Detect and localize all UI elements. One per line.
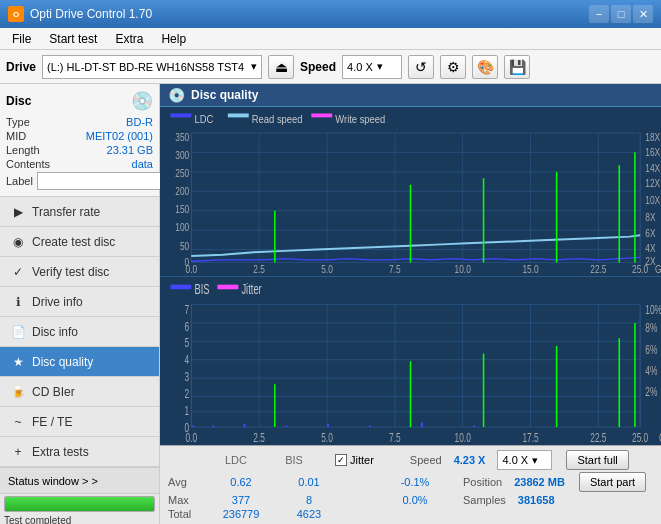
type-label: Type xyxy=(6,116,30,128)
title-bar: O Opti Drive Control 1.70 − □ ✕ xyxy=(0,0,661,28)
nav-extra-tests[interactable]: + Extra tests xyxy=(0,437,159,467)
minimize-button[interactable]: − xyxy=(589,5,609,23)
drive-value: (L:) HL-DT-ST BD-RE WH16NS58 TST4 xyxy=(47,61,244,73)
svg-text:22.5: 22.5 xyxy=(590,431,606,444)
status-window-button[interactable]: Status window > > xyxy=(0,468,159,494)
disc-length-row: Length 23.31 GB xyxy=(6,144,153,156)
position-label: Position xyxy=(463,476,502,488)
nav-disc-info-label: Disc info xyxy=(32,325,78,339)
svg-text:0.0: 0.0 xyxy=(186,263,198,275)
svg-rect-96 xyxy=(473,425,475,427)
skin-button[interactable]: 🎨 xyxy=(472,55,498,79)
svg-text:25.0: 25.0 xyxy=(632,431,648,444)
avg-label: Avg xyxy=(168,476,203,488)
speed-select-stats[interactable]: 4.0 X ▾ xyxy=(497,450,552,470)
save-button[interactable]: 💾 xyxy=(504,55,530,79)
speed-avg-value: 4.23 X xyxy=(454,454,486,466)
speed-select[interactable]: 4.0 X ▾ xyxy=(342,55,402,79)
progress-bar-fill xyxy=(5,497,154,511)
maximize-button[interactable]: □ xyxy=(611,5,631,23)
svg-rect-56 xyxy=(170,284,191,289)
svg-text:6X: 6X xyxy=(645,227,656,239)
mid-value: MEIT02 (001) xyxy=(86,130,153,142)
svg-text:4: 4 xyxy=(185,353,190,366)
contents-value: data xyxy=(132,158,153,170)
type-value: BD-R xyxy=(126,116,153,128)
total-bis: 4623 xyxy=(279,508,339,520)
disc-type-row: Type BD-R xyxy=(6,116,153,128)
disc-quality-title: Disc quality xyxy=(191,88,258,102)
speed-value: 4.0 X xyxy=(347,61,373,73)
nav-disc-info[interactable]: 📄 Disc info xyxy=(0,317,159,347)
label-input[interactable] xyxy=(37,172,170,190)
nav-fe-te[interactable]: ~ FE / TE xyxy=(0,407,159,437)
svg-text:7.5: 7.5 xyxy=(389,431,401,444)
speed-dropdown-stats-icon: ▾ xyxy=(532,454,538,467)
transfer-rate-icon: ▶ xyxy=(10,204,26,220)
nav-disc-quality[interactable]: ★ Disc quality xyxy=(0,347,159,377)
svg-text:7: 7 xyxy=(185,303,190,316)
disc-label-row: Label ⚙ xyxy=(6,172,153,190)
jitter-checkbox[interactable]: ✓ xyxy=(335,454,347,466)
jitter-label: Jitter xyxy=(350,454,374,466)
app-icon: O xyxy=(8,6,24,22)
drive-dropdown-icon: ▾ xyxy=(251,60,257,73)
nav-create-test-disc-label: Create test disc xyxy=(32,235,115,249)
nav-verify-test-disc-label: Verify test disc xyxy=(32,265,109,279)
total-label: Total xyxy=(168,508,203,520)
svg-text:15.0: 15.0 xyxy=(522,263,538,275)
position-value: 23862 MB xyxy=(514,476,565,488)
disc-panel: Disc 💿 Type BD-R MID MEIT02 (001) Length… xyxy=(0,84,159,197)
nav-drive-info[interactable]: ℹ Drive info xyxy=(0,287,159,317)
svg-text:5: 5 xyxy=(185,336,190,349)
nav-transfer-rate-label: Transfer rate xyxy=(32,205,100,219)
start-part-button[interactable]: Start part xyxy=(579,472,646,492)
length-value: 23.31 GB xyxy=(107,144,153,156)
svg-rect-58 xyxy=(217,284,238,289)
svg-text:Write speed: Write speed xyxy=(335,112,385,125)
svg-text:0.0: 0.0 xyxy=(186,431,198,444)
svg-text:12X: 12X xyxy=(645,177,660,189)
svg-text:5.0: 5.0 xyxy=(321,431,333,444)
start-full-button[interactable]: Start full xyxy=(566,450,628,470)
svg-text:16X: 16X xyxy=(645,146,660,158)
bis-chart: BIS Jitter xyxy=(160,277,661,446)
svg-rect-95 xyxy=(421,422,423,427)
svg-text:18X: 18X xyxy=(645,131,660,143)
samples-label: Samples xyxy=(463,494,506,506)
drive-select[interactable]: (L:) HL-DT-ST BD-RE WH16NS58 TST4 ▾ xyxy=(42,55,262,79)
menu-help[interactable]: Help xyxy=(153,30,194,48)
max-ldc: 377 xyxy=(211,494,271,506)
nav-create-test-disc[interactable]: ◉ Create test disc xyxy=(0,227,159,257)
disc-eject-icon[interactable]: 💿 xyxy=(131,90,153,112)
max-label: Max xyxy=(168,494,203,506)
svg-text:14X: 14X xyxy=(645,162,660,174)
ldc-chart: LDC Read speed Write speed xyxy=(160,107,661,277)
disc-title: Disc xyxy=(6,94,31,108)
eject-button[interactable]: ⏏ xyxy=(268,55,294,79)
disc-mid-row: MID MEIT02 (001) xyxy=(6,130,153,142)
speed-dropdown-icon: ▾ xyxy=(377,60,383,73)
create-test-disc-icon: ◉ xyxy=(10,234,26,250)
menu-extra[interactable]: Extra xyxy=(107,30,151,48)
svg-text:GB: GB xyxy=(655,263,661,275)
nav-verify-test-disc[interactable]: ✓ Verify test disc xyxy=(0,257,159,287)
stats-header-row: LDC BIS ✓ Jitter Speed 4.23 X 4.0 X ▾ St… xyxy=(168,450,653,470)
speed-label: Speed xyxy=(300,60,336,74)
svg-rect-93 xyxy=(327,424,329,427)
nav-disc-quality-label: Disc quality xyxy=(32,355,93,369)
nav-transfer-rate[interactable]: ▶ Transfer rate xyxy=(0,197,159,227)
svg-text:3: 3 xyxy=(185,370,190,383)
close-button[interactable]: ✕ xyxy=(633,5,653,23)
refresh-button[interactable]: ↺ xyxy=(408,55,434,79)
sidebar-bottom: Status window > > Test completed xyxy=(0,467,159,524)
nav-cd-bier[interactable]: 🍺 CD BIer xyxy=(0,377,159,407)
menu-file[interactable]: File xyxy=(4,30,39,48)
menu-start-test[interactable]: Start test xyxy=(41,30,105,48)
stats-ldc-header: LDC xyxy=(211,454,261,466)
stats-bis-header: BIS xyxy=(269,454,319,466)
svg-text:200: 200 xyxy=(175,185,189,197)
settings-button[interactable]: ⚙ xyxy=(440,55,466,79)
status-window-label: Status window > > xyxy=(8,475,98,487)
stats-total-row: Total 236779 4623 xyxy=(168,508,653,520)
